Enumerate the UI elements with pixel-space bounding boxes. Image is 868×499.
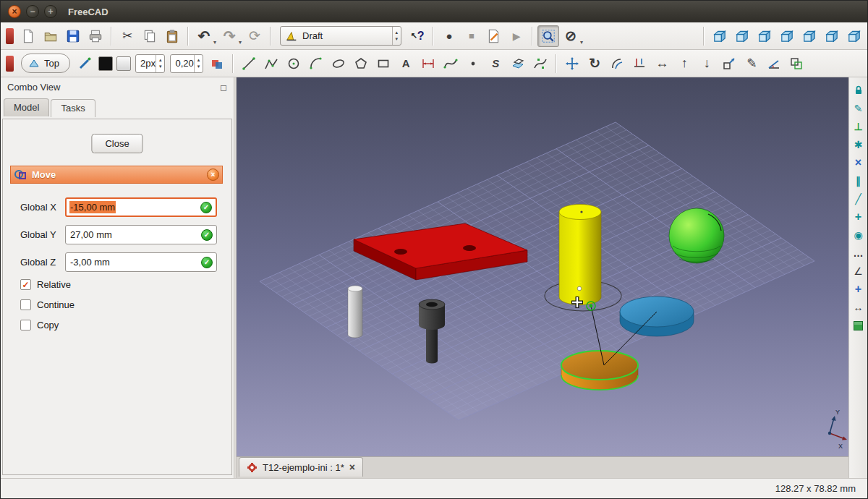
line-width-spinbox[interactable]: 2px ▴▾ [135,54,165,73]
draft-downgrade-icon[interactable]: ↓ [696,53,718,74]
draft-slope-icon[interactable] [763,53,785,74]
line-color-swatch[interactable] [98,56,113,71]
snap-ortho-icon[interactable]: + [851,210,866,224]
copy-icon[interactable] [139,25,161,47]
window-maximize-button[interactable]: + [44,5,57,18]
paste-icon[interactable] [161,25,183,47]
macro-edit-icon[interactable] [483,25,505,47]
snap-endpoint-icon[interactable]: ✎ [851,101,866,116]
redo-icon[interactable]: ↷ [218,25,240,47]
snap-near-icon[interactable]: … [851,246,866,260]
new-file-icon[interactable] [17,25,39,47]
view-axonometric-icon[interactable] [709,25,731,47]
toolbar-handle-icon[interactable] [6,56,14,72]
print-icon[interactable] [85,25,106,47]
3d-viewport[interactable]: X Y [237,77,850,456]
draft-polygon-icon[interactable] [350,53,372,74]
draft-rectangle-icon[interactable] [373,53,394,74]
draft-stretch-icon[interactable]: ↔ [651,53,673,74]
snap-midpoint-icon[interactable]: + [851,282,866,297]
macro-play-icon[interactable]: ▶ [506,25,527,47]
macro-record-icon[interactable]: ● [438,25,460,47]
open-file-icon[interactable] [40,25,61,47]
face-color-swatch[interactable] [116,56,131,71]
clipping-dropdown-icon[interactable]: ▾ [580,39,583,49]
toolbar-handle-icon[interactable] [6,28,14,44]
snap-grid-icon[interactable] [851,318,866,333]
cut-icon[interactable]: ✂ [116,25,138,47]
undo-icon[interactable]: ↶ [193,25,215,47]
macro-stop-icon[interactable]: ■ [461,25,482,47]
blue-disk[interactable] [620,297,694,336]
tab-model[interactable]: Model [4,98,49,116]
construction-mode-icon[interactable] [75,53,96,74]
copy-checkbox[interactable] [20,320,31,330]
workplane-top-button[interactable]: Top [21,54,70,73]
global-z-input[interactable]: -3,00 mm ✓ [65,252,217,272]
snap-lock-icon[interactable] [851,83,866,98]
view-left-icon[interactable] [843,25,865,47]
draft-wire-icon[interactable] [260,53,282,74]
draft-point-icon[interactable] [462,53,484,74]
snap-dimensions-icon[interactable]: ↔ [851,300,866,315]
draft-rotate-icon[interactable]: ↻ [584,53,605,74]
gray-cylinder[interactable] [348,286,362,338]
draft-circle-icon[interactable] [283,53,305,74]
draft-text-icon[interactable]: A [395,53,417,74]
view-front-icon[interactable] [731,25,753,47]
green-sphere[interactable] [669,208,724,263]
draft-arc-icon[interactable] [305,53,327,74]
whats-this-icon[interactable]: ↖ ? [407,25,428,47]
draft-dimension-icon[interactable] [417,53,439,74]
autogroup-icon[interactable] [206,53,228,74]
snap-intersection-icon[interactable]: × [851,155,866,170]
zoom-border-icon[interactable] [537,25,559,47]
scale-spinbox[interactable]: 0,20 ▴▾ [170,54,203,73]
draft-bezier-icon[interactable] [529,53,551,74]
continue-checkbox[interactable] [20,299,31,310]
draft-edit-icon[interactable]: ✎ [741,53,762,74]
view-rear-icon[interactable] [799,25,820,47]
draft-scale-icon[interactable] [718,53,740,74]
workbench-spin-arrows[interactable]: ▴ ▾ [392,27,401,45]
draft-clone-icon[interactable] [786,53,807,74]
window-minimize-button[interactable]: − [26,5,39,18]
draft-line-icon[interactable] [238,53,260,74]
undo-dropdown-icon[interactable]: ▾ [213,39,216,49]
tab-tasks[interactable]: Tasks [51,99,95,117]
draft-move-icon[interactable] [561,53,583,74]
close-task-button[interactable]: Close [91,134,142,153]
move-task-icon [14,169,27,182]
orange-disk[interactable] [561,351,638,390]
view-right-icon[interactable] [776,25,798,47]
relative-checkbox[interactable]: ✓ [20,279,31,290]
move-close-icon[interactable]: × [207,169,219,181]
snap-perpendicular-icon[interactable]: ⊥ [851,119,866,134]
window-close-button[interactable]: × [8,5,21,18]
view-top-icon[interactable] [754,25,775,47]
draft-bspline-icon[interactable] [440,53,461,74]
draft-ellipse-icon[interactable] [328,53,349,74]
redo-dropdown-icon[interactable]: ▾ [239,39,242,49]
view-bottom-icon[interactable] [821,25,843,47]
global-y-input[interactable]: 27,00 mm ✓ [65,225,217,244]
document-tab[interactable]: T12-ejemplo-ini : 1* × [239,457,363,477]
draft-shapestring-icon[interactable]: S [485,53,506,74]
draft-facebinder-icon[interactable] [507,53,529,74]
save-icon[interactable] [62,25,84,47]
draft-offset-icon[interactable] [606,53,628,74]
panel-float-icon[interactable]: ◻ [220,82,227,93]
workbench-selector[interactable]: Draft ▴ ▾ [280,26,401,46]
snap-extension-icon[interactable]: ╱ [851,192,866,206]
refresh-icon[interactable]: ⟳ [244,25,265,47]
snap-center-icon[interactable]: ✱ [851,137,866,152]
draft-upgrade-icon[interactable]: ↑ [673,53,695,74]
move-section-header[interactable]: Move × [10,166,223,184]
draft-trimex-icon[interactable] [629,53,650,74]
clipping-plane-icon[interactable]: ⊘ [560,25,582,47]
global-x-input[interactable]: -15,00 mm ✓ [65,197,217,217]
snap-parallel-icon[interactable]: ∥ [851,174,866,188]
snap-special-icon[interactable]: ◉ [851,228,866,242]
tab-close-icon[interactable]: × [349,461,355,473]
snap-angle-icon[interactable]: ∠ [851,264,866,278]
